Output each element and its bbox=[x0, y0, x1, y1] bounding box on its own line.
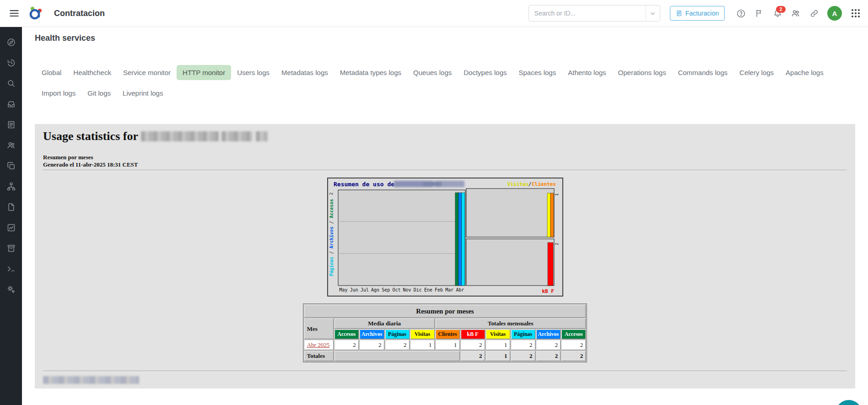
right-bottom-scale-max: 2 bbox=[555, 243, 559, 245]
sidebar-item-documents[interactable] bbox=[0, 114, 22, 135]
tab-celery-logs[interactable]: Celery logs bbox=[733, 65, 780, 80]
notifications-button[interactable]: 2 bbox=[772, 8, 782, 18]
tab-healthcheck[interactable]: Healthcheck bbox=[67, 65, 117, 80]
tab-spaces-logs[interactable]: Spaces logs bbox=[512, 65, 562, 80]
col-header: Páginas bbox=[511, 329, 535, 339]
col-header: Accesos bbox=[334, 329, 359, 339]
search-input[interactable] bbox=[529, 10, 646, 17]
chart-legend-separator: / bbox=[528, 181, 531, 187]
sidebar-item-inbox[interactable] bbox=[0, 94, 22, 114]
tab-athento-logs[interactable]: Athento logs bbox=[562, 65, 612, 80]
link-icon bbox=[809, 9, 819, 18]
chevron-down-icon bbox=[649, 10, 656, 17]
report-generated-label: Generado el 11-abr-2025 18:31 CEST bbox=[43, 161, 855, 168]
tab-queues-logs[interactable]: Queues logs bbox=[407, 65, 458, 80]
tab-apache-logs[interactable]: Apache logs bbox=[780, 65, 830, 80]
redacted-site-name-3 bbox=[256, 131, 268, 141]
global-search bbox=[528, 5, 660, 22]
sidebar-item-users[interactable] bbox=[0, 135, 22, 156]
tab-git-logs[interactable]: Git logs bbox=[81, 86, 117, 101]
value-cell: 2 bbox=[385, 340, 410, 350]
tab-import-logs[interactable]: Import logs bbox=[36, 86, 81, 101]
sidebar-item-dashboard[interactable] bbox=[0, 32, 22, 53]
integrations-button[interactable] bbox=[809, 8, 819, 18]
apps-menu-button[interactable] bbox=[850, 8, 861, 19]
grid-icon bbox=[850, 8, 861, 19]
month-tick-label: Dic bbox=[413, 287, 421, 292]
totals-label: Totales bbox=[304, 351, 334, 361]
value-cell: 1 bbox=[436, 340, 460, 350]
value-cell: 2 bbox=[561, 340, 586, 350]
facturacion-button[interactable]: Facturacion bbox=[670, 6, 725, 21]
chart-legend-sites: Clientes bbox=[532, 181, 556, 187]
month-tick-label: Feb bbox=[435, 287, 443, 292]
user-avatar[interactable]: A bbox=[827, 6, 842, 21]
tab-bar: Global Healthcheck Service monitor HTTP … bbox=[36, 65, 855, 101]
left-axis-label: Páginas / Archivos / Accesos bbox=[329, 199, 334, 276]
month-link[interactable]: Abr 2025 bbox=[307, 341, 329, 348]
sidebar-item-files[interactable] bbox=[0, 197, 22, 217]
col-header: Visitas bbox=[410, 329, 435, 339]
history-icon bbox=[6, 58, 16, 68]
hamburger-menu-icon[interactable] bbox=[8, 7, 20, 19]
sidebar-item-archive[interactable] bbox=[0, 238, 22, 259]
invoice-icon bbox=[676, 10, 683, 17]
notification-badge: 2 bbox=[776, 6, 786, 13]
table-color-header-row: Accesos Archivos Páginas Visitas Cliente… bbox=[304, 329, 586, 339]
sidebar-item-spaces[interactable] bbox=[0, 156, 22, 176]
value-cell: 2 bbox=[461, 340, 485, 350]
folders-icon bbox=[6, 161, 16, 171]
users-icon bbox=[791, 8, 801, 18]
month-tick-label: Ago bbox=[371, 287, 379, 292]
col-header: kB F bbox=[461, 329, 485, 339]
month-tick-label: Abr bbox=[456, 287, 464, 292]
athento-logo[interactable] bbox=[27, 5, 45, 22]
tab-http-monitor[interactable]: HTTP monitor bbox=[177, 65, 231, 80]
users-group-icon bbox=[6, 140, 16, 150]
tab-metadatas-logs[interactable]: Metadatas logs bbox=[275, 65, 334, 80]
chart-visits-plot bbox=[466, 189, 554, 237]
report-heading: Usage statistics for bbox=[43, 130, 855, 143]
flag-icon bbox=[755, 9, 764, 18]
sidebar-item-terminal[interactable] bbox=[0, 259, 22, 279]
help-icon bbox=[736, 9, 746, 18]
chart-main-plot bbox=[338, 190, 465, 286]
redacted-footer-text bbox=[43, 376, 139, 384]
right-top-scale-max: 1 bbox=[555, 194, 559, 196]
total-cell: 2 bbox=[511, 351, 535, 361]
kb-axis-label: kB F bbox=[542, 288, 554, 294]
report-heading-text: Usage statistics for bbox=[43, 130, 138, 143]
sidebar-item-history[interactable] bbox=[0, 53, 22, 73]
month-tick-label: Mar bbox=[445, 287, 453, 292]
main-content: Health services Global Healthcheck Servi… bbox=[22, 27, 868, 405]
help-button[interactable] bbox=[736, 8, 746, 18]
tab-service-monitor[interactable]: Service monitor bbox=[117, 65, 177, 80]
sidebar-item-settings[interactable] bbox=[0, 279, 22, 300]
value-cell: 1 bbox=[410, 340, 435, 350]
sidebar-item-search[interactable] bbox=[0, 73, 22, 94]
month-tick-label: Nov bbox=[403, 287, 411, 292]
col-header: Clientes bbox=[436, 329, 460, 339]
sidebar-item-analytics[interactable] bbox=[0, 217, 22, 238]
redacted-site-name-2 bbox=[221, 131, 253, 141]
page-title: Health services bbox=[35, 33, 868, 43]
search-scope-dropdown[interactable] bbox=[646, 5, 660, 21]
month-tick-label: Jun bbox=[350, 287, 358, 292]
col-header: Archivos bbox=[536, 329, 561, 339]
tab-operations-logs[interactable]: Operations logs bbox=[612, 65, 672, 80]
tab-commands-logs[interactable]: Commands logs bbox=[672, 65, 733, 80]
tab-global[interactable]: Global bbox=[36, 65, 67, 80]
tab-metadata-types-logs[interactable]: Metadata types logs bbox=[334, 65, 407, 80]
total-cell: 2 bbox=[461, 351, 485, 361]
usage-chart-wrap: Resumen de uso de Visitas / Clientes bbox=[327, 178, 563, 298]
chat-fab-button[interactable] bbox=[836, 400, 862, 405]
flag-button[interactable] bbox=[754, 8, 764, 18]
users-button[interactable] bbox=[791, 8, 801, 18]
compass-icon bbox=[6, 38, 16, 47]
tab-users-logs[interactable]: Users logs bbox=[231, 65, 275, 80]
sidebar-item-workflows[interactable] bbox=[0, 176, 22, 197]
value-cell: 1 bbox=[486, 340, 510, 350]
tab-liveprint-logs[interactable]: Liveprint logs bbox=[117, 86, 169, 101]
tab-doctypes-logs[interactable]: Doctypes logs bbox=[458, 65, 512, 80]
document-list-icon bbox=[6, 120, 16, 130]
